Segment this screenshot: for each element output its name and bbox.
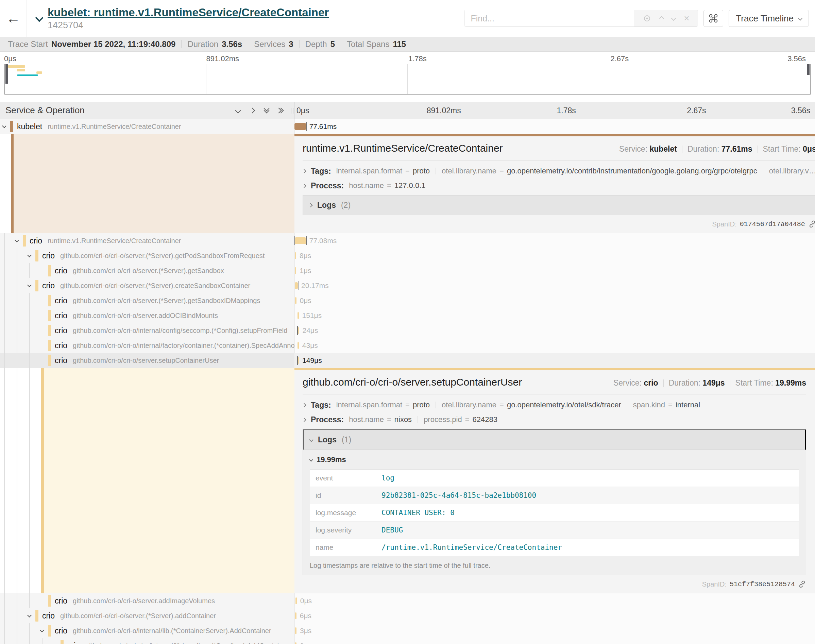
find-input[interactable] [464,10,634,26]
span-row[interactable]: crio github.com/cri-o/cri-o/server.setup… [0,353,815,368]
column-resize-grip[interactable] [291,108,293,113]
span-name-cell[interactable]: crio github.com/cri-o/cri-o/internal/con… [0,323,294,338]
tag-pair: host.name=127.0.0.1 [349,181,425,190]
span-timeline-cell[interactable]: 77.08ms [294,233,815,248]
span-row[interactable]: crio github.com/cri-o/cri-o/server.(*Ser… [0,248,815,263]
span-name-cell[interactable]: crio github.com/cri-o/cri-o/server.(*Ser… [0,278,294,293]
collapse-all-icon[interactable] [265,109,269,112]
span-duration-bar[interactable] [297,312,299,319]
span-row[interactable]: crio runtime.v1.RuntimeService/CreateCon… [0,233,815,248]
span-row[interactable]: crio github.com/cri-o/cri-o/server.addOC… [0,308,815,323]
tag-pair: internal.span.format=proto [336,167,430,175]
log-field-value: CONTAINER USER: 0 [381,504,799,521]
span-duration-bar[interactable] [297,357,299,364]
span-duration-bar[interactable] [295,267,296,274]
find-next-icon[interactable] [671,16,676,21]
span-row[interactable]: crio github.com/cri-o/cri-o/server.(*Ser… [0,278,815,293]
span-name-cell[interactable]: crio github.com/cri-o/cri-o/server.(*Ser… [0,263,294,278]
process-section[interactable]: Process: host.name=nixosprocess.pid=6242… [303,414,806,425]
find-clear-icon[interactable]: × [684,14,689,23]
span-name-cell[interactable]: crio github.com/cri-o/cri-o/internal/lib… [0,638,294,644]
span-duration-bar[interactable] [295,237,306,244]
span-timeline-cell[interactable]: 20.17ms [294,278,815,293]
span-timeline-cell[interactable]: 0μs [294,638,815,644]
collapse-trace-header-icon[interactable] [35,14,43,22]
logs-section-toggle[interactable]: Logs (1) [303,429,806,450]
span-name-cell[interactable]: crio github.com/cri-o/cri-o/server.addIm… [0,593,294,608]
collapse-one-icon[interactable] [235,107,241,113]
span-name-cell[interactable]: crio github.com/cri-o/cri-o/server.setup… [0,353,294,368]
span-row[interactable]: crio github.com/cri-o/cri-o/internal/con… [0,323,815,338]
expand-all-icon[interactable] [279,109,283,112]
span-duration-bar[interactable] [295,642,297,644]
tag-pair: otel.library.name=go.opentelemetry.io/ot… [442,400,621,409]
span-row[interactable]: kubelet runtime.v1.RuntimeService/Create… [0,119,815,134]
logs-section-toggle[interactable]: Logs (2) [303,195,815,215]
span-name-cell[interactable]: crio github.com/cri-o/cri-o/server.(*Ser… [0,608,294,623]
span-duration-bar[interactable] [295,297,297,304]
span-duration-bar[interactable] [295,282,298,289]
span-duration-bar[interactable] [296,597,297,604]
span-name-cell[interactable]: crio runtime.v1.RuntimeService/CreateCon… [0,233,294,248]
view-selector-button[interactable]: Trace Timeline [729,10,809,27]
timeline-tick-label: 2.67s [611,54,629,63]
span-timeline-cell[interactable]: 0μs [294,293,815,308]
span-timeline-cell[interactable]: 0μs [294,593,815,608]
tags-section[interactable]: Tags: internal.span.format=protootel.lib… [303,400,806,410]
log-field-row[interactable]: id92b82381-025c-4a64-815c-ba2e1bb08100 [310,487,799,504]
span-row[interactable]: crio github.com/cri-o/cri-o/internal/lib… [0,623,815,638]
span-name-cell[interactable]: crio github.com/cri-o/cri-o/server.(*Ser… [0,293,294,308]
find-prev-icon[interactable] [659,16,664,21]
span-duration-bar[interactable] [295,252,296,259]
span-timeline-cell[interactable]: 24μs [294,323,815,338]
span-timeline-cell[interactable]: 43μs [294,338,815,353]
span-row[interactable]: crio github.com/cri-o/cri-o/internal/fac… [0,338,815,353]
log-fields-table: eventlogid92b82381-025c-4a64-815c-ba2e1b… [310,469,799,556]
span-name-cell[interactable]: crio github.com/cri-o/cri-o/server.addOC… [0,308,294,323]
log-field-row[interactable]: eventlog [310,469,799,487]
span-timeline-cell[interactable]: 149μs [294,353,815,368]
span-row[interactable]: crio github.com/cri-o/cri-o/server.(*Ser… [0,293,815,308]
span-duration-bar[interactable] [294,123,306,130]
keyboard-shortcuts-button[interactable] [703,10,723,27]
expand-one-icon[interactable] [250,107,255,113]
span-row[interactable]: crio github.com/cri-o/cri-o/server.(*Ser… [0,608,815,623]
span-time-tick [299,281,299,290]
minimap-left-handle[interactable] [5,64,8,84]
copy-link-button[interactable] [808,220,815,228]
log-field-row[interactable]: name/runtime.v1.RuntimeService/CreateCon… [310,539,799,556]
span-duration-bar[interactable] [295,612,297,619]
span-row[interactable]: crio github.com/cri-o/cri-o/server.addIm… [0,593,815,608]
process-section[interactable]: Process: host.name=127.0.0.1 [303,181,815,191]
log-entry-toggle[interactable]: 19.99ms [310,455,346,464]
minimap-canvas[interactable] [5,64,810,95]
tags-section[interactable]: Tags: internal.span.format=protootel.lib… [303,166,815,176]
log-field-key: event [310,469,381,486]
span-duration-bar[interactable] [297,342,299,349]
span-row[interactable]: crio github.com/cri-o/cri-o/server.(*Ser… [0,263,815,278]
locate-icon[interactable] [643,14,651,23]
minimap-right-handle[interactable] [807,64,810,75]
span-timeline-cell[interactable]: 8μs [294,248,815,263]
page-title-link[interactable]: kubelet: runtime.v1.RuntimeService/Creat… [47,6,329,19]
log-field-row[interactable]: log.severityDEBUG [310,521,799,539]
copy-link-button[interactable] [798,580,806,588]
span-timeline-cell[interactable]: 6μs [294,608,815,623]
span-timeline-cell[interactable]: 151μs [294,308,815,323]
link-icon [798,580,806,588]
span-duration-bar[interactable] [295,627,297,634]
operation-name: github.com/cri-o/cri-o/internal/lib/sand… [85,642,289,644]
span-name-cell[interactable]: crio github.com/cri-o/cri-o/internal/lib… [0,623,294,638]
span-timeline-cell[interactable]: 77.61ms [294,119,815,134]
span-duration-bar[interactable] [297,327,299,334]
span-name-cell[interactable]: crio github.com/cri-o/cri-o/server.(*Ser… [0,248,294,263]
span-name-cell[interactable]: crio github.com/cri-o/cri-o/internal/fac… [0,338,294,353]
chevron-down-icon [798,16,803,21]
span-row[interactable]: crio github.com/cri-o/cri-o/internal/lib… [0,638,815,644]
back-button[interactable]: ← [0,0,26,37]
span-timeline-cell[interactable]: 3μs [294,623,815,638]
tag-pair: host.name=nixos [349,415,412,424]
span-timeline-cell[interactable]: 1μs [294,263,815,278]
span-name-cell[interactable]: kubelet runtime.v1.RuntimeService/Create… [0,119,294,134]
log-field-row[interactable]: log.messageCONTAINER USER: 0 [310,504,799,521]
